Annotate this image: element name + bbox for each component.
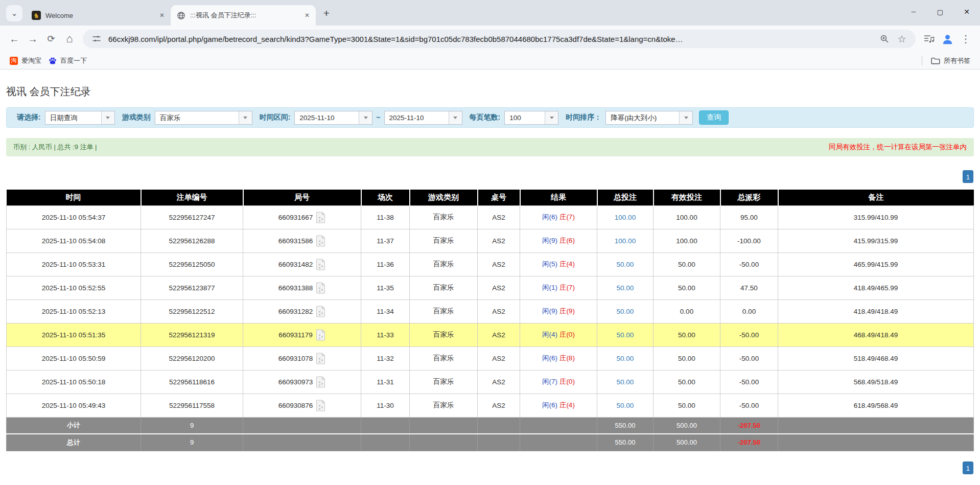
chevron-down-icon[interactable] — [359, 111, 372, 124]
column-header: 游戏类别 — [410, 190, 478, 205]
all-bookmarks-button[interactable]: 所有书签 — [927, 54, 974, 67]
tab-welcome[interactable]: ♞ Welcome ✕ — [26, 5, 171, 26]
sort-order-combobox[interactable]: 降幂(由大到小) — [605, 111, 693, 125]
cell-round: 660930876 — [243, 394, 361, 417]
result-player: 闲(9) — [542, 237, 557, 244]
result-banker: 庄(7) — [559, 284, 575, 291]
forward-button[interactable]: → — [24, 30, 42, 48]
summary-count: 9 — [141, 417, 243, 434]
media-controls-icon[interactable] — [920, 30, 938, 48]
result-banker: 庄(7) — [559, 213, 575, 221]
address-bar[interactable]: 66cxkj98.com/ipl/portal.php/game/betreco… — [83, 30, 916, 48]
cell-session: 11-38 — [361, 205, 410, 229]
cell-bet-id: 522956121319 — [141, 323, 243, 347]
site-info-icon[interactable] — [90, 32, 103, 45]
column-header: 注单编号 — [141, 190, 243, 205]
table-row: 2025-11-10 05:52:13522956122512660931282… — [7, 299, 974, 323]
date-from-picker[interactable]: 2025-11-10 — [294, 111, 372, 125]
reload-button[interactable]: ⟳ — [42, 30, 60, 48]
total-bet-link[interactable]: 50.00 — [617, 284, 634, 292]
total-bet-link[interactable]: 50.00 — [617, 402, 634, 409]
tab-search-button[interactable]: ⌄ — [6, 5, 22, 21]
tab-bet-records[interactable]: :::视讯 会员下注纪录::: ✕ — [171, 5, 316, 26]
combobox-value[interactable]: 百家乐 — [155, 111, 239, 124]
bookmark-label: 百度一下 — [60, 56, 87, 65]
cell-valid-bet: 50.00 — [654, 347, 720, 370]
cell-round: 660931482 — [243, 252, 361, 276]
round-number: 660931078 — [278, 355, 313, 362]
zoom-icon[interactable] — [878, 32, 891, 45]
replay-icon[interactable] — [316, 353, 325, 364]
cell-total-bet: 50.00 — [597, 299, 654, 323]
total-bet-link[interactable]: 50.00 — [617, 378, 634, 386]
column-header: 时间 — [7, 190, 141, 205]
date-to-picker[interactable]: 2025-11-10 — [384, 111, 462, 125]
game-type-combobox[interactable]: 百家乐 — [155, 111, 252, 125]
home-button[interactable]: ⌂ — [60, 30, 79, 48]
replay-icon[interactable] — [316, 306, 325, 317]
query-type-combobox[interactable]: 日期查询 — [45, 111, 115, 125]
round-number: 660931282 — [278, 308, 313, 315]
tab-close-icon[interactable]: ✕ — [157, 11, 167, 20]
cell-payout: -50.00 — [720, 370, 778, 394]
chevron-down-icon[interactable] — [239, 111, 252, 124]
pagination-page-1[interactable]: 1 — [963, 461, 973, 474]
profile-avatar[interactable] — [938, 30, 956, 48]
replay-icon[interactable] — [316, 376, 325, 388]
bookmark-baidu[interactable]: 百度一下 — [45, 54, 90, 67]
combobox-value[interactable]: 日期查询 — [45, 111, 101, 124]
combobox-value[interactable]: 100 — [505, 111, 545, 124]
total-bet-link[interactable]: 100.00 — [615, 214, 636, 221]
replay-icon[interactable] — [316, 212, 325, 223]
replay-icon[interactable] — [316, 282, 325, 294]
cell-valid-bet: 50.00 — [654, 323, 720, 347]
chevron-down-icon[interactable] — [545, 111, 558, 124]
total-bet-link[interactable]: 50.00 — [617, 308, 634, 315]
cell-time: 2025-11-10 05:53:31 — [7, 252, 141, 276]
cell-valid-bet: 50.00 — [654, 370, 720, 394]
cell-result: 闲(9) 庄(6) — [520, 229, 597, 252]
column-header: 桌号 — [478, 190, 520, 205]
search-button[interactable]: 查询 — [699, 110, 729, 125]
cell-round: 660931667 — [243, 205, 361, 229]
url-text[interactable]: 66cxkj98.com/ipl/portal.php/game/betreco… — [108, 35, 874, 43]
cell-table-no: AS2 — [478, 299, 520, 323]
replay-icon[interactable] — [316, 400, 325, 411]
replay-icon[interactable] — [316, 235, 325, 247]
chevron-down-icon[interactable] — [449, 111, 462, 124]
page-size-combobox[interactable]: 100 — [504, 111, 558, 125]
summary-payout: -207.50 — [720, 417, 778, 434]
cell-game-type: 百家乐 — [410, 205, 478, 229]
bookmark-taobao[interactable]: 淘 爱淘宝 — [6, 54, 45, 67]
date-to-value[interactable]: 2025-11-10 — [385, 111, 449, 124]
cell-time: 2025-11-10 05:54:08 — [7, 229, 141, 252]
chevron-down-icon[interactable] — [679, 111, 692, 124]
cell-round: 660931078 — [243, 347, 361, 370]
date-from-value[interactable]: 2025-11-10 — [295, 111, 359, 124]
column-header: 总派彩 — [720, 190, 778, 205]
browser-menu-icon[interactable]: ⋮ — [956, 30, 975, 48]
table-row: 2025-11-10 05:53:31522956125050660931482… — [7, 252, 974, 276]
maximize-button[interactable]: ▢ — [927, 0, 953, 24]
cell-valid-bet: 100.00 — [654, 229, 720, 252]
tab-close-icon[interactable]: ✕ — [302, 11, 312, 20]
new-tab-button[interactable]: + — [319, 6, 334, 21]
cell-total-bet: 100.00 — [597, 205, 654, 229]
total-bet-link[interactable]: 50.00 — [617, 261, 634, 268]
cell-session: 11-30 — [361, 394, 410, 417]
replay-icon[interactable] — [316, 329, 325, 341]
round-number: 660931388 — [278, 284, 313, 292]
total-bet-link[interactable]: 50.00 — [617, 355, 634, 362]
chevron-down-icon[interactable] — [101, 111, 114, 124]
minimize-button[interactable]: ─ — [900, 0, 927, 24]
combobox-value[interactable]: 降幂(由大到小) — [606, 111, 679, 124]
close-button[interactable]: ✕ — [953, 0, 980, 24]
total-bet-link[interactable]: 50.00 — [617, 331, 634, 339]
bookmark-star-icon[interactable]: ☆ — [895, 32, 908, 45]
result-player: 闲(4) — [542, 331, 557, 338]
replay-icon[interactable] — [316, 259, 325, 270]
cell-note: 468.49/418.49 — [778, 323, 974, 347]
back-button[interactable]: ← — [5, 30, 24, 48]
total-bet-link[interactable]: 100.00 — [615, 237, 636, 245]
pagination-page-1[interactable]: 1 — [963, 170, 973, 183]
